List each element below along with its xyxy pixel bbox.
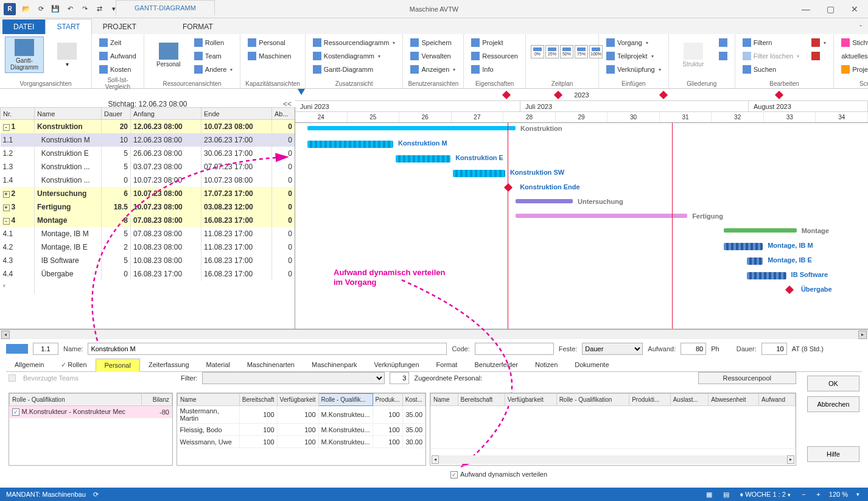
undo-icon[interactable]: ↶	[63, 2, 77, 16]
tab-personal[interactable]: Personal	[96, 359, 140, 372]
timeline[interactable]: 2023 Juni 2023 Juli 2023 August 2023 242…	[295, 89, 868, 329]
ressourcendiagramm-button[interactable]: Ressourcendiagramm▾	[310, 37, 398, 49]
table-row[interactable]: 4.4 Übergabe016.08.23 17:0016.08.23 17:0…	[1, 267, 295, 281]
table-row[interactable]: M.Konstrukteur - Konstrukteur Mec -80	[10, 406, 172, 418]
table-row[interactable]: 1.3 Konstruktion ...503.07.23 08:0007.07…	[1, 160, 295, 173]
tab-verknüpfungen[interactable]: Verknüpfungen	[366, 359, 428, 371]
verwalten-button[interactable]: Verwalten	[408, 50, 458, 62]
refresh-icon[interactable]: ⟳	[34, 2, 47, 16]
tab-projekt[interactable]: PROJEKT	[92, 19, 147, 34]
table-row[interactable]: Weissmann, Uwe100100M.Konstrukteu...1003…	[178, 436, 425, 448]
collapse-panel-icon[interactable]: <<	[283, 100, 292, 108]
projektanfang-button[interactable]: Projektanfang▾	[839, 63, 868, 75]
redo-icon[interactable]: ↷	[78, 2, 91, 16]
task-code-field[interactable]	[475, 343, 554, 355]
tab-benutzerfelder[interactable]: Benutzerfelder	[466, 359, 527, 371]
tab-file[interactable]: DATEI	[2, 19, 45, 34]
teilprojekt-button[interactable]: Teilprojekt▾	[604, 50, 663, 62]
stichtag-button[interactable]: Stichtag	[839, 37, 868, 49]
save-icon[interactable]: 💾	[49, 2, 62, 16]
zoom-75-button[interactable]: 75%	[575, 45, 588, 58]
gantt-bar[interactable]	[453, 170, 505, 177]
tab-maschinenarten[interactable]: Maschinenarten	[239, 359, 303, 371]
minimize-button[interactable]: —	[796, 4, 816, 14]
gantt-bar[interactable]	[396, 155, 450, 163]
view-mode-1-icon[interactable]: ▦	[704, 491, 715, 499]
indent-button[interactable]	[716, 37, 730, 49]
task-nr-field[interactable]	[33, 343, 58, 355]
tab-allgemein[interactable]: Allgemein	[6, 359, 52, 371]
zoom-25-button[interactable]: 25%	[545, 45, 559, 58]
tab-format[interactable]: Format	[428, 359, 466, 371]
table-row[interactable]: 1.1 Konstruktion M1012.06.23 08:0023.06.…	[1, 133, 295, 147]
kosten-button[interactable]: Kosten	[97, 63, 139, 75]
filter-count-field[interactable]	[390, 372, 409, 384]
gantt-bar[interactable]	[747, 258, 763, 265]
table-row[interactable]: 4.1 Montage, IB M507.08.23 08:0011.08.23…	[1, 227, 295, 240]
role-col-role[interactable]: Rolle - Qualifikation	[10, 394, 142, 406]
verknuepfung-button[interactable]: Verknüpfung▾	[604, 63, 663, 75]
gantt-body[interactable]: KonstruktionKonstruktion MKonstruktion E…	[295, 123, 868, 329]
tab-rollen[interactable]: ✓Rollen	[52, 359, 95, 371]
role-col-bilanz[interactable]: Bilanz	[142, 394, 172, 406]
table-row[interactable]: Mustermann, Martin100100M.Konstrukteu...…	[178, 406, 425, 424]
kostendiagramm-button[interactable]: Kostendiagramm▾	[310, 50, 398, 62]
zoom-out-button[interactable]: −	[799, 491, 808, 498]
personal-button[interactable]: Personal	[245, 37, 293, 49]
anzeigen-button[interactable]: Anzeigen▾	[408, 63, 458, 75]
aufwand-button[interactable]: Aufwand	[97, 50, 139, 62]
outdent-button[interactable]	[716, 50, 730, 62]
ribbon-collapse-icon[interactable]: ˇ	[853, 22, 868, 34]
tab-zeiterfassung[interactable]: Zeiterfassung	[140, 359, 198, 371]
scroll-right-icon[interactable]: ▸	[858, 331, 867, 339]
ganttdiagramm-button[interactable]: Gantt-Diagramm	[310, 63, 398, 75]
ok-button[interactable]: OK	[807, 376, 859, 391]
zeit-button[interactable]: Zeit	[97, 37, 139, 49]
zoom-0-button[interactable]: 0%	[531, 45, 544, 58]
maschinen-button[interactable]: Maschinen	[245, 50, 293, 62]
aktuelles-datum-button[interactable]: aktuelles Datum	[839, 50, 868, 62]
filtern-button[interactable]: Filtern	[740, 37, 802, 49]
feste-select[interactable]: Dauer	[582, 343, 643, 355]
gantt-bar[interactable]	[307, 126, 516, 130]
table-row[interactable]: 1.4 Konstruktion ...010.07.23 08:0010.07…	[1, 173, 295, 187]
zoom-menu-icon[interactable]: ▾	[854, 491, 862, 497]
views-more-button[interactable]: ▾	[47, 37, 86, 73]
filter-select[interactable]	[202, 372, 385, 384]
projekt-button[interactable]: Projekt	[469, 37, 520, 49]
cancel-button[interactable]: Abbrechen	[807, 396, 859, 412]
table-row[interactable]: +2Untersuchung610.07.23 08:0017.07.23 17…	[1, 187, 295, 200]
link-icon[interactable]: ⇄	[93, 2, 106, 16]
table-row[interactable]: Fleissig, Bodo100100M.Konstrukteu...1003…	[178, 424, 425, 436]
zoom-50-button[interactable]: 50%	[560, 45, 573, 58]
gantt-bar[interactable]	[516, 199, 573, 203]
speichern-button[interactable]: Speichern	[408, 37, 458, 49]
tab-format[interactable]: FORMAT	[172, 19, 224, 34]
milestone-icon[interactable]	[504, 183, 513, 192]
role-checkbox[interactable]	[12, 408, 19, 416]
table-row[interactable]: -4Montage807.08.23 08:0016.08.23 17:000	[1, 214, 295, 227]
gantt-bar[interactable]	[516, 214, 687, 218]
edit-ext1-button[interactable]: ▾	[809, 37, 828, 49]
assigned-scrollbar[interactable]: ◂ ▸	[432, 455, 794, 464]
gantt-bar[interactable]	[724, 243, 763, 250]
maximize-button[interactable]: ▢	[821, 4, 840, 14]
vorgang-button[interactable]: Vorgang▾	[604, 37, 663, 49]
aufwand-dynamisch-checkbox[interactable]	[450, 471, 458, 478]
team-button[interactable]: Team	[192, 50, 235, 62]
suchen-button[interactable]: Suchen	[740, 63, 802, 75]
tab-maschinenpark[interactable]: Maschinenpark	[303, 359, 366, 371]
table-row[interactable]: 4.3 IB Software510.08.23 08:0016.08.23 1…	[1, 254, 295, 267]
edit-ext2-button[interactable]	[809, 50, 828, 62]
milestone-icon[interactable]	[785, 286, 794, 294]
task-name-field[interactable]	[88, 343, 447, 355]
dauer-field[interactable]	[761, 343, 787, 355]
woche-selector[interactable]: ♦ WOCHE 1 : 2 ▾	[738, 491, 793, 498]
personal-big-button[interactable]: Personal	[149, 37, 188, 73]
help-button[interactable]: Hilfe	[807, 446, 859, 462]
close-button[interactable]: ✕	[845, 4, 864, 14]
andere-button[interactable]: Andere▾	[192, 63, 235, 75]
ressourcen-button[interactable]: Ressourcen	[469, 50, 520, 62]
gantt-bar[interactable]	[724, 228, 797, 233]
gantt-bar[interactable]	[747, 272, 786, 279]
